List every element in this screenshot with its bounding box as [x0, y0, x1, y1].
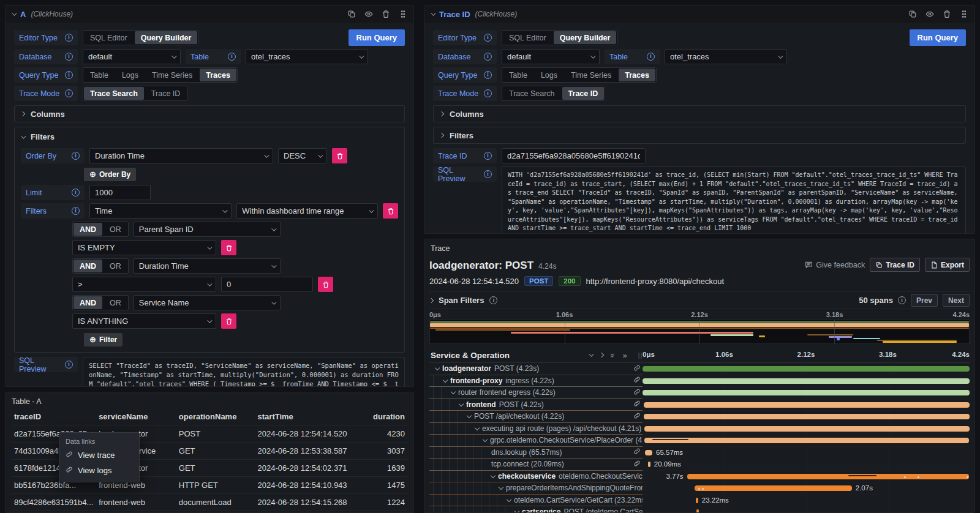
info-icon[interactable]: i — [484, 152, 492, 160]
info-icon[interactable]: i — [484, 89, 492, 97]
column-header-operationName[interactable]: operationName — [176, 408, 255, 425]
table-select[interactable]: otel_traces — [665, 49, 787, 64]
info-icon[interactable]: i — [484, 34, 492, 42]
condition-field-select[interactable]: Parent Span ID — [134, 222, 281, 237]
run-query-button[interactable]: Run Query — [349, 29, 405, 46]
span-bar[interactable] — [645, 450, 652, 455]
span-row[interactable]: tcp.connect (20.09ms)20.09ms — [429, 459, 970, 471]
collapse-one-icon[interactable] — [589, 351, 594, 356]
expand-one-icon[interactable] — [599, 353, 604, 358]
add-filter-button[interactable]: ⊕Filter — [84, 333, 123, 346]
trace-id-link[interactable]: 3ce7ccfc9194l996c... — [12, 511, 96, 513]
chevron-down-icon[interactable] — [491, 473, 496, 478]
info-icon[interactable]: i — [65, 53, 73, 61]
info-icon[interactable]: i — [65, 89, 73, 97]
span-link-icon[interactable] — [633, 388, 641, 397]
order-direction-select[interactable]: DESC — [278, 148, 327, 163]
trace-minimap[interactable] — [429, 320, 970, 344]
give-feedback-link[interactable]: Give feedback — [805, 261, 865, 269]
info-icon[interactable]: i — [72, 207, 80, 215]
option-sql-editor[interactable]: SQL Editor — [84, 31, 134, 44]
chevron-down-icon[interactable] — [443, 378, 448, 383]
trace-id-button[interactable]: Trace ID — [870, 258, 920, 272]
info-icon[interactable]: i — [65, 34, 73, 42]
data-link-view-logs[interactable]: View logs — [59, 463, 139, 478]
drag-handle-icon[interactable] — [399, 10, 407, 18]
span-row[interactable]: executing api route (pages) /api/checkou… — [429, 423, 970, 435]
chevron-down-icon[interactable] — [435, 365, 440, 370]
chevron-right-icon[interactable] — [429, 298, 434, 302]
condition-operator-select[interactable]: > — [72, 277, 216, 292]
span-row[interactable]: frontendPOST (4.22s) — [429, 399, 970, 411]
span-row[interactable]: frontend-proxyingress (4.22s) — [429, 375, 970, 388]
info-icon[interactable]: i — [489, 296, 497, 304]
filter-field-select[interactable]: Time — [89, 203, 232, 219]
database-select[interactable]: default — [83, 49, 181, 64]
span-row[interactable]: grpc.oteldemo.CheckoutService/PlaceOrder… — [429, 435, 970, 447]
span-bar[interactable] — [644, 402, 970, 408]
span-bar[interactable] — [643, 366, 970, 372]
span-filters-label[interactable]: Span Filters — [439, 296, 484, 305]
chevron-down-icon[interactable] — [451, 389, 456, 394]
span-row[interactable]: checkoutserviceoteldemo.CheckoutService/… — [429, 471, 970, 483]
data-link-view-trace[interactable]: View trace — [59, 447, 139, 463]
condition-operator-select[interactable]: IS ANYTHING — [72, 313, 216, 329]
option-traces[interactable]: Traces — [619, 69, 655, 81]
span-bar[interactable] — [643, 390, 970, 395]
info-icon[interactable]: i — [647, 53, 655, 61]
info-icon[interactable]: i — [898, 296, 906, 304]
span-row[interactable]: router frontend egress (4.22s) — [429, 387, 970, 399]
remove-condition-button[interactable] — [221, 313, 236, 329]
database-select[interactable]: default — [502, 49, 600, 64]
span-link-icon[interactable] — [633, 447, 641, 457]
condition-field-select[interactable]: Duration Time — [134, 258, 281, 274]
duplicate-icon[interactable] — [908, 10, 917, 18]
span-bar[interactable] — [644, 414, 970, 419]
span-bar[interactable] — [687, 474, 969, 479]
info-icon[interactable]: i — [72, 152, 80, 160]
option-trace-id[interactable]: Trace ID — [562, 87, 605, 100]
filters-section-toggle[interactable]: Filters — [433, 127, 966, 144]
span-row[interactable]: oteldemo.CartService/GetCart (23.22ms)23… — [429, 495, 970, 507]
option-traces[interactable]: Traces — [200, 69, 236, 81]
filters-section-toggle[interactable]: Filters — [21, 130, 398, 145]
chevron-down-icon[interactable] — [459, 402, 464, 406]
prev-button[interactable]: Prev — [911, 294, 938, 307]
column-header-serviceName[interactable]: serviceName — [96, 408, 176, 425]
span-row[interactable]: POST /api/checkout (4.22s) — [429, 411, 970, 423]
remove-order-by-button[interactable] — [332, 148, 347, 163]
column-header-duration[interactable]: duration — [371, 408, 407, 425]
span-link-icon[interactable] — [633, 364, 641, 373]
span-row[interactable]: dns.lookup (65.57ms)65.57ms — [429, 447, 970, 459]
column-resize-handle[interactable]: || — [638, 352, 643, 359]
span-bar[interactable] — [644, 438, 969, 443]
span-row[interactable]: loadgeneratorPOST (4.23s) — [429, 363, 970, 375]
option-query-builder[interactable]: Query Builder — [135, 31, 198, 44]
columns-section-toggle[interactable]: Columns — [433, 105, 966, 122]
option-or[interactable]: OR — [104, 296, 127, 309]
order-by-select[interactable]: Duration Time — [89, 148, 273, 163]
span-row[interactable]: prepareOrderItemsAndShippingQuoteFromCar… — [429, 482, 970, 495]
span-bar[interactable] — [695, 485, 851, 491]
export-button[interactable]: Export — [925, 258, 970, 272]
limit-input[interactable] — [89, 185, 151, 200]
option-trace-search[interactable]: Trace Search — [503, 87, 561, 100]
span-bar[interactable] — [696, 509, 699, 513]
span-link-icon[interactable] — [633, 400, 641, 409]
remove-condition-button[interactable] — [318, 277, 333, 292]
next-button[interactable]: Next — [943, 294, 970, 307]
option-logs[interactable]: Logs — [535, 69, 564, 81]
option-sql-editor[interactable]: SQL Editor — [503, 31, 552, 44]
span-link-icon[interactable] — [633, 376, 641, 385]
info-icon[interactable]: i — [484, 170, 492, 178]
add-order-by-button[interactable]: ⊕Order By — [84, 168, 136, 181]
info-icon[interactable]: i — [484, 71, 492, 79]
info-icon[interactable]: i — [72, 189, 80, 197]
column-header-traceID[interactable]: traceID — [12, 408, 96, 425]
collapse-all-icon[interactable]: » — [609, 353, 617, 357]
info-icon[interactable]: i — [65, 71, 73, 79]
span-row[interactable]: cartservicePOST /oteldemo.CartService/Ge… — [429, 506, 970, 513]
trash-icon[interactable] — [382, 10, 390, 18]
expand-all-icon[interactable]: » — [623, 351, 627, 359]
condition-value-input[interactable] — [221, 277, 313, 292]
